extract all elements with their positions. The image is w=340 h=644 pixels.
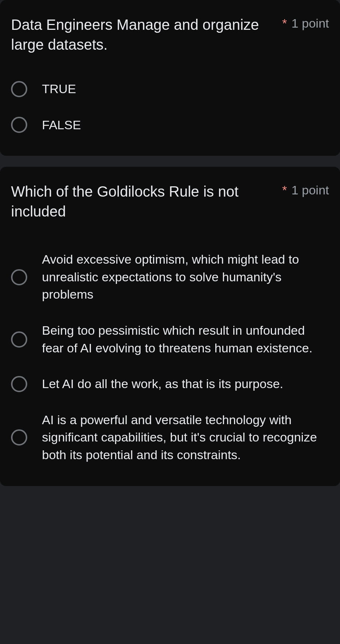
radio-icon[interactable] [11, 429, 27, 446]
points-label: 1 point [291, 183, 329, 197]
option-label: Let AI do all the work, as that is its p… [42, 375, 283, 393]
option-4[interactable]: AI is a powerful and versatile technolog… [11, 411, 329, 464]
option-true[interactable]: TRUE [11, 80, 329, 98]
form-page: Data Engineers Manage and organize large… [0, 0, 340, 486]
question-header-1: Data Engineers Manage and organize large… [11, 15, 329, 54]
points-block: * 1 point [282, 16, 329, 31]
question-text: Data Engineers Manage and organize large… [11, 15, 275, 54]
options-list: TRUE FALSE [11, 80, 329, 134]
option-false[interactable]: FALSE [11, 116, 329, 134]
radio-icon[interactable] [11, 117, 27, 133]
question-header-2: Which of the Goldilocks Rule is not incl… [11, 182, 329, 221]
option-1[interactable]: Avoid excessive optimism, which might le… [11, 251, 329, 303]
points-label: 1 point [291, 16, 329, 31]
required-asterisk-icon: * [282, 17, 287, 29]
question-card-1: Data Engineers Manage and organize large… [0, 0, 340, 156]
option-label: Being too pessimistic which result in un… [42, 322, 329, 357]
option-3[interactable]: Let AI do all the work, as that is its p… [11, 375, 329, 393]
option-2[interactable]: Being too pessimistic which result in un… [11, 322, 329, 357]
question-text: Which of the Goldilocks Rule is not incl… [11, 182, 275, 221]
question-card-2: Which of the Goldilocks Rule is not incl… [0, 167, 340, 486]
option-label: FALSE [42, 116, 81, 134]
radio-icon[interactable] [11, 81, 27, 97]
radio-icon[interactable] [11, 269, 27, 285]
points-block: * 1 point [282, 183, 329, 197]
option-label: AI is a powerful and versatile technolog… [42, 411, 329, 464]
option-label: Avoid excessive optimism, which might le… [42, 251, 329, 303]
options-list: Avoid excessive optimism, which might le… [11, 251, 329, 464]
radio-icon[interactable] [11, 331, 27, 348]
option-label: TRUE [42, 80, 76, 98]
radio-icon[interactable] [11, 376, 27, 392]
required-asterisk-icon: * [282, 184, 287, 196]
